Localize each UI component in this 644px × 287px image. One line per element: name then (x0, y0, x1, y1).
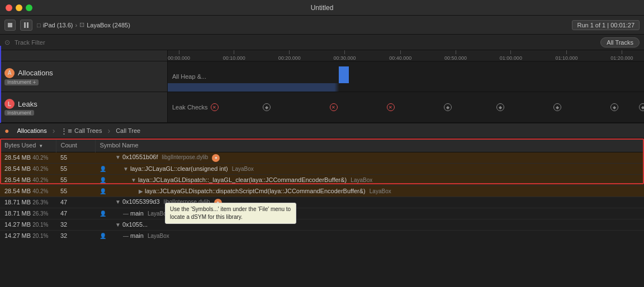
stop-button[interactable] (4, 20, 16, 31)
table-row[interactable]: 28.54 MB 40.2%55▼0x10551b06f libglInterp… (0, 152, 644, 163)
person-icon-cell: 👤 (95, 163, 111, 174)
leak-marker-diamond-5: ◆ (610, 103, 618, 111)
ruler-tick: 01:00.000 (500, 50, 522, 61)
person-icon-cell: 👤 (95, 230, 111, 239)
maximize-button[interactable] (26, 4, 32, 11)
minimize-button[interactable] (16, 4, 22, 11)
allocations-icon: A (4, 68, 15, 78)
run-info-badge: Run 1 of 1 | 00:01:27 (572, 20, 640, 30)
filter-icon: ⊙ (4, 39, 10, 46)
leak-marker-x-1: ✕ (211, 103, 219, 111)
leaks-check-label: Leak Checks (168, 104, 208, 111)
ruler-tick: 00:20.000 (278, 50, 301, 61)
lib-badge-icon[interactable]: ● (214, 199, 222, 207)
bottom-tabs: ● Allocations › ⋮≡ Call Trees › Call Tre… (0, 123, 644, 138)
person-icon-cell: 👤 (95, 185, 111, 197)
table-row[interactable]: 28.54 MB 40.2%55👤▼laya::JCLayaGLDispatch… (0, 174, 644, 185)
app-name: LayaBox (2485) (87, 22, 130, 28)
data-table: Bytes Used ▼ Count Symbol Name 28.54 MB … (0, 138, 644, 239)
timeline-ruler: 00:00.00000:10.00000:20.00000:30.00000:4… (168, 50, 644, 61)
allocations-instrument-badge: Instrument + (4, 79, 39, 85)
leak-marker-diamond-3: ◆ (496, 103, 504, 111)
track-filter-input[interactable] (15, 39, 596, 46)
allocations-track-content: All Heap &... (168, 61, 644, 92)
run-info-container: Run 1 of 1 | 00:01:27 (572, 20, 640, 30)
all-tracks-button[interactable]: All Tracks (600, 37, 640, 47)
pause-button[interactable] (20, 20, 32, 31)
person-icon-cell (95, 197, 111, 208)
allocations-track-label: A Allocations Instrument + (0, 61, 168, 92)
ruler-tick: 00:00.000 (168, 50, 190, 61)
symbol-cell: —main LayaBox (111, 230, 644, 239)
leak-marker-diamond-6: ◆ (639, 103, 644, 111)
tracks-area: A Allocations Instrument + All Heap &...… (0, 61, 644, 123)
leaks-track: L Leaks Instrument Leak Checks ✕ ◆ ✕ ✕ ◆… (0, 92, 644, 123)
ruler-tick: 00:40.000 (389, 50, 411, 61)
timeline-label-space (0, 50, 168, 61)
ruler-tick: 00:50.000 (444, 50, 467, 61)
allocations-track-name: Allocations (18, 69, 53, 77)
sort-arrow: ▼ (39, 144, 43, 149)
table-row[interactable]: 18.71 MB 26.3%47▼0x1055399d3 libglInterp… (0, 197, 644, 208)
ruler-tick: 01:20.000 (610, 50, 633, 61)
bytes-used-header[interactable]: Bytes Used ▼ (0, 138, 56, 152)
data-table-container[interactable]: Bytes Used ▼ Count Symbol Name 28.54 MB … (0, 138, 644, 239)
bytes-cell: 14.27 MB 20.1% (0, 219, 56, 230)
titlebar: Untitled (0, 0, 644, 16)
leak-marker-diamond-1: ◆ (263, 103, 271, 111)
leak-marker-diamond-2: ◆ (444, 103, 452, 111)
playhead-line (0, 46, 1, 123)
count-cell: 32 (56, 230, 95, 239)
count-cell: 47 (56, 197, 95, 208)
leaks-track-name: Leaks (18, 100, 37, 108)
symbol-cell: —main LayaBox (111, 208, 644, 219)
symbol-name-header[interactable]: Symbol Name (95, 138, 644, 152)
count-cell: 32 (56, 219, 95, 230)
symbol-cell: ▼0x10551b06f libglInterpose.dylib ● (111, 152, 644, 163)
device-name: iPad (13.6) (43, 22, 73, 28)
table-header-row: Bytes Used ▼ Count Symbol Name (0, 138, 644, 152)
ruler-tick: 01:10.000 (556, 50, 578, 61)
ruler-tick: 00:30.000 (333, 50, 356, 61)
symbol-cell: ▼0x1055399d3 libglInterpose.dylib ● (111, 197, 644, 208)
count-cell: 55 (56, 185, 95, 197)
ruler-tick: 00:10.000 (223, 50, 245, 61)
symbol-cell: ▼0x1055... (111, 219, 644, 230)
leak-marker-x-3: ✕ (387, 103, 395, 111)
symbol-cell: ▼laya::JCLayaGLDispatch::_layaGL_clear(l… (111, 174, 644, 185)
table-row[interactable]: 14.27 MB 20.1%32▼0x1055... (0, 219, 644, 230)
person-icon-cell (95, 219, 111, 230)
tab-call-trees[interactable]: ⋮≡ Call Trees (57, 126, 105, 136)
tab-call-tree[interactable]: Call Tree (112, 126, 144, 135)
table-row[interactable]: 14.27 MB 20.1%32👤—main LayaBox (0, 230, 644, 239)
pause-icon (24, 22, 29, 28)
close-button[interactable] (6, 4, 12, 11)
plus-icon[interactable]: + (33, 79, 36, 85)
timeline-header: 00:00.00000:10.00000:20.00000:30.00000:4… (0, 50, 644, 61)
leaks-track-content: Leak Checks ✕ ◆ ✕ ✕ ◆ ◆ ◆ ◆ ◆ (168, 92, 644, 122)
bytes-cell: 18.71 MB 26.3% (0, 208, 56, 219)
traffic-lights (6, 4, 32, 11)
tab-allocations[interactable]: Allocations (13, 126, 50, 135)
tab-separator-1: › (53, 126, 55, 135)
table-row[interactable]: 28.54 MB 40.2%55👤▶laya::JCLayaGLDispatch… (0, 185, 644, 197)
symbol-cell: ▼laya::JCLayaGL::clear(unsigned int) Lay… (111, 163, 644, 174)
track-filter-bar: ⊙ All Tracks (0, 35, 644, 50)
toolbar: □ iPad (13.6) › ⊡ LayaBox (2485) Run 1 o… (0, 16, 644, 35)
bytes-cell: 18.71 MB 26.3% (0, 197, 56, 208)
table-row[interactable]: 18.71 MB 26.3%47👤—main LayaBox (0, 208, 644, 219)
leaks-track-label: L Leaks Instrument (0, 92, 168, 122)
symbol-cell: ▶laya::JCLayaGLDispatch::dispatchScriptC… (111, 185, 644, 197)
call-trees-icon: ⋮≡ (60, 127, 72, 135)
table-row[interactable]: 28.54 MB 40.2%55👤▼laya::JCLayaGL::clear(… (0, 163, 644, 174)
bytes-cell: 28.54 MB 40.2% (0, 163, 56, 174)
person-icon-cell (95, 152, 111, 163)
count-cell: 47 (56, 208, 95, 219)
bytes-cell: 28.54 MB 40.2% (0, 152, 56, 163)
bytes-cell: 28.54 MB 40.2% (0, 174, 56, 185)
leaks-icon: L (4, 99, 15, 109)
lib-badge-icon[interactable]: ● (212, 154, 220, 162)
leak-marker-x-2: ✕ (330, 103, 338, 111)
count-header[interactable]: Count (56, 138, 95, 152)
bytes-cell: 28.54 MB 40.2% (0, 185, 56, 197)
